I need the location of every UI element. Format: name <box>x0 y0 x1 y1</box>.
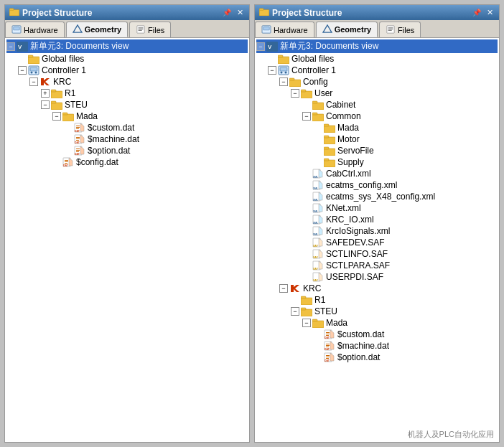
tree-row-krciosignals.xml[interactable]: XML KrcIoSignals.xml <box>302 225 498 237</box>
pin-button[interactable]: 📌 <box>471 9 482 17</box>
tree-row-r1[interactable]: + R1 <box>41 88 248 99</box>
tree-row-global_files[interactable]: Global files <box>18 53 248 65</box>
tree-row-$custom.dat[interactable]: DAT $custom.dat <box>314 329 498 340</box>
expand-btn[interactable]: − <box>291 89 299 98</box>
svg-text:V: V <box>268 44 272 50</box>
hardware-tab-label: Hardware <box>274 26 308 34</box>
root-children: Global files− Controller 1− KRC+ R1− STE… <box>6 53 248 168</box>
expand-btn[interactable]: + <box>41 89 50 98</box>
tree-row-sctlpara.saf[interactable]: SAF SCTLPARA.SAF <box>302 260 498 271</box>
tab-geometry[interactable]: Geometry <box>316 22 378 37</box>
expand-btn[interactable]: − <box>52 112 61 121</box>
tab-hardware[interactable]: Hardware <box>255 22 314 37</box>
tree-row-controller_1[interactable]: − Controller 1 <box>18 65 248 76</box>
svg-marker-93 <box>319 215 322 223</box>
svg-rect-1 <box>9 9 14 11</box>
tree-row-cabinet[interactable]: Cabinet <box>302 99 498 110</box>
tree-row-servofile[interactable]: ServoFile <box>314 145 498 156</box>
tree-row-mada[interactable]: Mada <box>314 122 498 133</box>
tree-row-ecatms_sys_x48_config.xml[interactable]: XML ecatms_sys_X48_config.xml <box>302 191 498 202</box>
svg-rect-115 <box>312 319 317 321</box>
svg-rect-31 <box>76 137 80 138</box>
root-label: 新单元3: Documents view <box>280 40 378 52</box>
expand-btn[interactable]: − <box>41 100 50 109</box>
expand-btn[interactable]: − <box>279 77 288 86</box>
tree-row-knet.xml[interactable]: XML KNet.xml <box>302 202 498 214</box>
svg-marker-84 <box>319 181 322 189</box>
svg-text:DAT: DAT <box>75 141 80 144</box>
tree-row-krc[interactable]: − KRC <box>29 76 248 88</box>
svg-rect-59 <box>278 55 283 57</box>
tree-row-userpdi.saf[interactable]: SAF USERPDI.SAF <box>302 271 498 283</box>
expand-btn[interactable]: − <box>302 319 311 327</box>
tree-row-krc_io.xml[interactable]: XML KRC_IO.xml <box>302 214 498 225</box>
title-bar: Project Structure📌✕ <box>5 5 249 20</box>
tree-area[interactable]: − V 新单元3: Documents view Global files− C… <box>5 38 249 442</box>
tree-row-common[interactable]: − Common <box>302 110 498 122</box>
tree-row-mada[interactable]: − Mada <box>302 317 498 329</box>
folder-icon <box>301 306 312 316</box>
root-expand-btn[interactable]: − <box>6 42 15 51</box>
tree-row-$machine.dat[interactable]: DAT $machine.dat <box>64 133 248 145</box>
expand-btn[interactable]: − <box>18 66 27 75</box>
tree-row-controller_1[interactable]: − Controller 1 <box>268 65 498 76</box>
tree-node: Supply <box>314 156 498 168</box>
tree-row-$option.dat[interactable]: DAT $option.dat <box>314 352 498 363</box>
svg-marker-24 <box>80 123 84 131</box>
tree-row-steu[interactable]: − STEU <box>41 99 248 110</box>
tree-row-config[interactable]: − Config <box>279 76 498 88</box>
tab-files[interactable]: Files <box>129 22 171 37</box>
expand-btn[interactable]: − <box>29 77 38 86</box>
svg-rect-131 <box>326 357 330 357</box>
tree-children: − User Cabinet− Common Mada Motor ServoF… <box>279 88 498 283</box>
close-button[interactable]: ✕ <box>485 9 495 17</box>
svg-text:DAT: DAT <box>75 130 80 133</box>
tab-geometry[interactable]: Geometry <box>66 22 128 37</box>
node-label: Common <box>326 111 361 121</box>
expand-btn[interactable]: − <box>268 66 276 75</box>
tree-row-safedev.saf[interactable]: SAF SAFEDEV.SAF <box>302 237 498 248</box>
tree-row-global_files[interactable]: Global files <box>268 53 498 65</box>
root-node[interactable]: − V 新单元3: Documents view <box>256 39 498 53</box>
folder-icon <box>301 295 312 305</box>
pin-button[interactable]: 📌 <box>221 9 233 17</box>
tree-row-supply[interactable]: Supply <box>314 156 498 168</box>
tree-row-steu[interactable]: − STEU <box>291 306 498 317</box>
tree-row-r1[interactable]: R1 <box>291 294 498 306</box>
svg-rect-8 <box>139 29 142 30</box>
expand-btn[interactable]: − <box>302 112 311 121</box>
krc-icon <box>289 283 301 293</box>
svg-rect-0 <box>9 9 19 16</box>
tree-row-motor[interactable]: Motor <box>314 133 498 145</box>
tree-row-$config.dat[interactable]: DAT $config.dat <box>52 156 248 168</box>
expand-btn[interactable]: − <box>291 307 299 316</box>
tree-row-$option.dat[interactable]: DAT $option.dat <box>64 145 248 156</box>
tree-node: Cabinet <box>302 99 498 110</box>
svg-text:XML: XML <box>313 176 319 179</box>
svg-rect-33 <box>76 140 79 141</box>
tree-row-$custom.dat[interactable]: DAT $custom.dat <box>64 122 248 133</box>
svg-rect-11 <box>28 57 39 64</box>
tree-row-ecatms_config.xml[interactable]: XML ecatms_config.xml <box>302 179 498 191</box>
tab-files[interactable]: Files <box>379 22 421 37</box>
tree-row-cabctrl.xml[interactable]: XML CabCtrl.xml <box>302 168 498 179</box>
root-expand-btn[interactable]: − <box>256 42 265 51</box>
files-tab-label: Files <box>148 26 164 34</box>
tree-area[interactable]: − V 新单元3: Documents view Global files− C… <box>255 38 499 442</box>
dat-icon: DAT <box>74 134 85 144</box>
root-node[interactable]: − V 新单元3: Documents view <box>6 39 248 53</box>
node-label: ecatms_sys_X48_config.xml <box>326 192 435 202</box>
tree-node: + R1 <box>41 88 248 99</box>
tree-row-krc[interactable]: − KRC <box>279 283 498 294</box>
svg-rect-20 <box>51 101 56 103</box>
folder-icon <box>51 100 62 110</box>
node-label: Config <box>303 77 328 87</box>
tree-row-$machine.dat[interactable]: DAT $machine.dat <box>314 340 498 352</box>
node-label: Controller 1 <box>291 65 336 75</box>
tab-hardware[interactable]: Hardware <box>5 22 65 37</box>
expand-btn[interactable]: − <box>279 284 288 293</box>
tree-row-mada[interactable]: − Mada <box>52 110 248 122</box>
close-button[interactable]: ✕ <box>235 9 245 17</box>
tree-row-user[interactable]: − User <box>291 88 498 99</box>
tree-row-sctlinfo.saf[interactable]: SAF SCTLINFO.SAF <box>302 248 498 260</box>
